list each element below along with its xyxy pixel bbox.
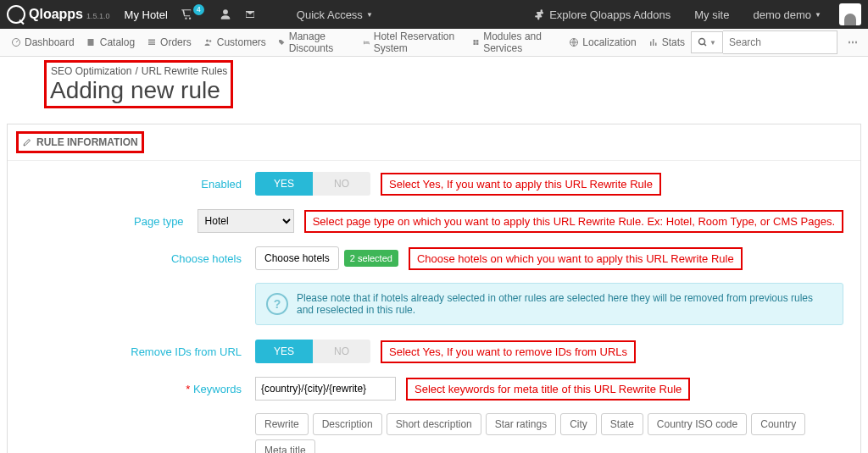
keyword-tag[interactable]: Country — [751, 413, 805, 435]
cart-icon[interactable]: 4 — [180, 8, 208, 20]
nav-catalog[interactable]: Catalog — [81, 36, 141, 48]
keyword-tag[interactable]: Description — [313, 413, 382, 435]
breadcrumb-1[interactable]: SEO Optimization — [51, 65, 131, 77]
question-icon: ? — [266, 293, 288, 315]
keyword-tag[interactable]: City — [560, 413, 597, 435]
svg-rect-1 — [87, 39, 93, 46]
brand-name: Qloapps — [29, 7, 83, 22]
remove-no[interactable]: NO — [313, 340, 370, 363]
cart-badge: 4 — [193, 4, 204, 15]
nav-hotel-res[interactable]: Hotel Reservation System — [357, 30, 466, 54]
keyword-tag[interactable]: Rewrite — [255, 413, 309, 435]
context-hotel[interactable]: My Hotel — [125, 8, 168, 21]
page-title: Adding new rule — [50, 77, 227, 104]
nav-customers[interactable]: Customers — [198, 36, 272, 48]
keyword-tag[interactable]: State — [601, 413, 643, 435]
info-note: ? Please note that if hotels already sel… — [255, 283, 843, 325]
label-remove: Remove IDs from URL — [25, 345, 255, 358]
brand[interactable]: Qloapps — [7, 5, 83, 24]
label-enabled: Enabled — [25, 178, 255, 191]
callout-page: Select page type on which you want to ap… — [304, 210, 843, 233]
enabled-no[interactable]: NO — [313, 172, 370, 196]
svg-point-2 — [206, 40, 209, 42]
breadcrumb: SEO Optimization/URL Rewrite Rules — [51, 65, 227, 77]
svg-point-5 — [699, 39, 705, 45]
keywords-input[interactable] — [255, 377, 396, 401]
callout-choose: Choose hotels on which you want to apply… — [409, 247, 743, 270]
search-input[interactable] — [723, 30, 837, 54]
nav-modules[interactable]: Modules and Services — [466, 30, 563, 54]
search-scope-button[interactable]: ▼ — [691, 31, 723, 53]
addons-link[interactable]: Explore Qloapps Addons — [534, 8, 670, 21]
nav-dashboard[interactable]: Dashboard — [5, 36, 81, 48]
user-icon[interactable] — [220, 8, 231, 20]
mail-icon[interactable] — [243, 9, 257, 19]
panel-title: RULE INFORMATION — [36, 136, 138, 148]
nav-stats[interactable]: Stats — [643, 36, 691, 48]
label-choose: Choose hotels — [25, 252, 255, 265]
keyword-tag[interactable]: Star ratings — [486, 413, 556, 435]
enabled-yes[interactable]: YES — [255, 172, 313, 196]
keyword-tag[interactable]: Short description — [387, 413, 481, 435]
keyword-tag[interactable]: Country ISO code — [648, 413, 747, 435]
enabled-toggle[interactable]: YES NO — [255, 172, 370, 196]
callout-keywords: Select keywords for meta title of this U… — [406, 378, 690, 401]
version: 1.5.1.0 — [86, 12, 110, 20]
svg-point-3 — [209, 40, 212, 42]
more-menu[interactable]: ⋯ — [843, 36, 863, 48]
remove-toggle[interactable]: YES NO — [255, 340, 370, 363]
label-page-type: Page type — [25, 215, 198, 228]
callout-remove: Select Yes, If you want to remove IDs fr… — [381, 340, 636, 363]
page-type-select[interactable]: Hotel — [198, 209, 294, 233]
avatar[interactable] — [839, 3, 861, 25]
pencil-icon — [22, 137, 32, 147]
keyword-tag[interactable]: Meta title — [255, 439, 315, 453]
callout-enabled: Select Yes, If you want to apply this UR… — [381, 173, 661, 196]
nav-discounts[interactable]: Manage Discounts — [272, 30, 357, 54]
choose-hotels-button[interactable]: Choose hotels — [255, 246, 339, 270]
label-keywords: Keywords — [25, 383, 255, 395]
nav-localization[interactable]: Localization — [563, 36, 642, 48]
quick-access[interactable]: Quick Access ▼ — [297, 8, 373, 21]
nav-orders[interactable]: Orders — [141, 36, 198, 48]
user-menu[interactable]: demo demo ▼ — [753, 8, 821, 21]
my-site-link[interactable]: My site — [694, 8, 729, 21]
remove-yes[interactable]: YES — [255, 340, 313, 363]
selected-badge: 2 selected — [344, 250, 398, 267]
breadcrumb-2[interactable]: URL Rewrite Rules — [142, 65, 228, 77]
